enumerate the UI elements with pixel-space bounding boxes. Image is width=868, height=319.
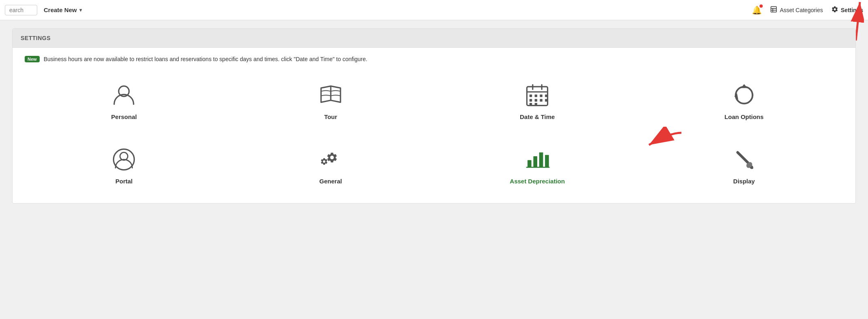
asset-categories-label: Asset Categories — [780, 7, 823, 13]
svg-rect-20 — [530, 103, 532, 105]
settings-title: SETTINGS — [21, 35, 51, 41]
calendar-icon — [523, 81, 551, 109]
svg-rect-27 — [534, 156, 538, 167]
create-new-label: Create New — [44, 6, 77, 13]
chevron-down-icon: ▾ — [79, 7, 82, 13]
display-label: Display — [733, 178, 755, 185]
search-input[interactable] — [5, 5, 37, 15]
svg-rect-12 — [530, 94, 532, 97]
settings-label: Settings — [841, 7, 863, 13]
table-icon — [770, 6, 777, 14]
new-badge: New — [25, 56, 40, 62]
settings-item-general[interactable]: General — [232, 139, 430, 191]
svg-rect-17 — [535, 99, 537, 102]
personal-label: Personal — [111, 113, 137, 120]
bar-chart-icon — [523, 145, 551, 174]
topbar: Create New ▾ 🔔 Asset Categories — [0, 0, 868, 20]
svg-rect-18 — [540, 99, 542, 102]
settings-body: New Business hours are now available to … — [13, 48, 855, 203]
settings-item-date-time[interactable]: Date & Time — [438, 74, 637, 127]
svg-rect-16 — [530, 99, 532, 102]
person-circle-icon — [110, 145, 138, 174]
general-label: General — [319, 178, 342, 185]
settings-item-asset-depreciation[interactable]: Asset Depreciation — [438, 139, 637, 191]
paintbrush-icon — [730, 145, 758, 174]
date-time-label: Date & Time — [520, 113, 555, 120]
settings-item-tour[interactable]: Tour — [232, 74, 430, 127]
settings-grid: Personal — [25, 74, 843, 191]
svg-rect-28 — [539, 152, 543, 167]
create-new-button[interactable]: Create New ▾ — [39, 4, 87, 16]
svg-rect-26 — [528, 160, 532, 168]
settings-item-loan-options[interactable]: Loan Options — [645, 74, 844, 127]
svg-rect-15 — [545, 94, 547, 97]
notification-icon[interactable]: 🔔 — [752, 5, 762, 15]
notice-bar: New Business hours are now available to … — [25, 56, 843, 62]
svg-rect-29 — [545, 155, 549, 167]
person-icon — [110, 81, 138, 109]
main-content: SETTINGS New Business hours are now avai… — [0, 20, 868, 212]
gear-icon — [831, 6, 838, 14]
settings-section-header: SETTINGS — [13, 29, 855, 48]
topbar-right: 🔔 Asset Categories — [752, 5, 863, 15]
refresh-icon — [730, 81, 758, 109]
asset-depreciation-label: Asset Depreciation — [510, 178, 565, 185]
notification-dot — [760, 4, 763, 8]
settings-item-portal[interactable]: Portal — [25, 139, 223, 191]
settings-item-display[interactable]: Display — [645, 139, 844, 191]
portal-label: Portal — [115, 178, 133, 185]
svg-rect-0 — [771, 6, 777, 12]
settings-button[interactable]: Settings — [831, 6, 863, 14]
settings-item-personal[interactable]: Personal — [25, 74, 223, 127]
asset-categories-button[interactable]: Asset Categories — [770, 6, 823, 14]
settings-panel: SETTINGS New Business hours are now avai… — [12, 28, 856, 204]
notice-text: Business hours are now available to rest… — [44, 56, 368, 62]
svg-rect-19 — [545, 99, 547, 102]
svg-line-32 — [738, 152, 748, 163]
loan-options-label: Loan Options — [724, 113, 764, 120]
tour-label: Tour — [324, 113, 337, 120]
svg-rect-14 — [540, 94, 542, 97]
svg-rect-13 — [535, 94, 537, 97]
map-icon — [317, 81, 345, 109]
svg-rect-21 — [535, 103, 537, 105]
gears-icon — [317, 145, 345, 174]
svg-marker-22 — [741, 84, 747, 88]
